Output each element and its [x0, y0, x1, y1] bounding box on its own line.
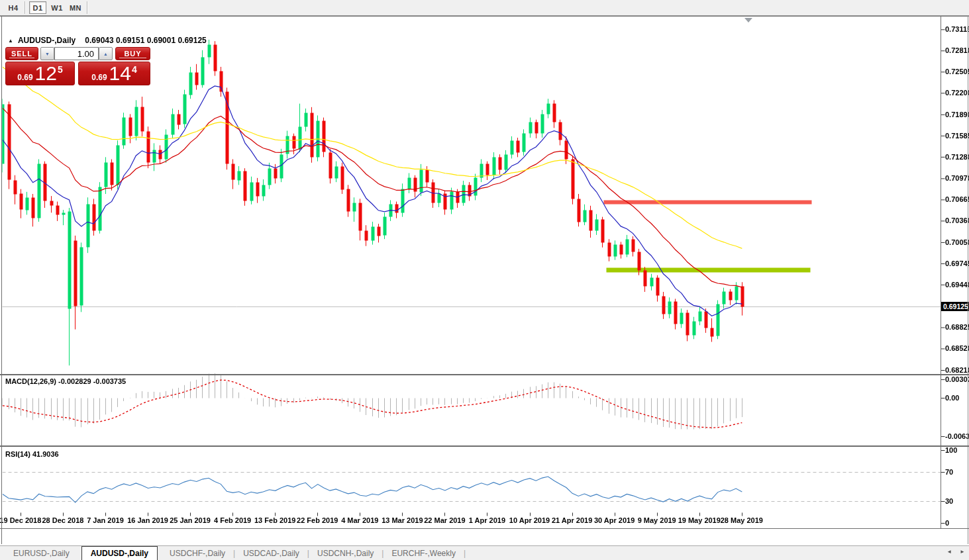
price-axis-label: 0.69440: [945, 281, 969, 289]
tab-audusd-daily[interactable]: AUDUSD-,Daily: [81, 546, 158, 560]
chart-canvas[interactable]: [0, 16, 969, 545]
price-axis-label: 0.72200: [945, 89, 969, 97]
price-axis-label: 0.68825: [945, 323, 969, 331]
tab-separator: |: [464, 549, 466, 558]
price-axis-label: 0.72505: [945, 68, 969, 75]
tab-usdcad-daily[interactable]: USDCAD-,Daily: [235, 546, 307, 560]
macd-separator[interactable]: [0, 374, 969, 375]
plot-right-border: [941, 16, 941, 528]
price-axis-label: 0.71280: [945, 153, 969, 161]
rsi-indicator-label: RSI(14) 41.9036: [5, 450, 59, 458]
macd-axis-label: 0.003035: [945, 375, 969, 383]
macd-axis-label: -0.006311: [945, 432, 969, 440]
ohlc-values: 0.69043 0.69151 0.69001 0.69125: [85, 36, 207, 45]
buy-price-big: 14: [109, 64, 131, 83]
price-axis-label: 0.73115: [945, 25, 969, 33]
timeframe-button-w1[interactable]: W1: [49, 2, 65, 13]
price-axis-label: 0.69745: [945, 259, 969, 267]
chart-tabs-bar: EURUSD-,DailyAUDUSD-,DailyUSDCHF-,Daily|…: [0, 545, 969, 560]
sell-button[interactable]: SELL: [5, 47, 38, 60]
buy-price-base: 0.69: [91, 73, 107, 82]
chart-title: ▲ AUDUSD-,Daily 0.69043 0.69151 0.69001 …: [8, 36, 207, 45]
toolbar-separator: [87, 1, 88, 14]
sell-price-pip: 5: [58, 64, 63, 75]
sell-price-base: 0.69: [17, 73, 32, 82]
chart-left-border: [1, 16, 2, 544]
rsi-axis-label: 100: [945, 446, 957, 454]
collapse-triangle-icon[interactable]: ▲: [8, 38, 13, 44]
macd-axis-label: 0.00: [945, 394, 959, 402]
tab-scroll-left-icon[interactable]: ◄: [946, 549, 952, 555]
mt4-window: H4D1W1MN ▲ AUDUSD-,Daily 0.69043 0.69151…: [0, 0, 969, 560]
tab-eurchf-weekly[interactable]: EURCHF-,Weekly: [383, 546, 463, 560]
up-arrow-icon: ▲: [103, 52, 108, 56]
sell-price-big: 12: [35, 64, 57, 83]
current-price-label: 0.69125: [941, 302, 969, 311]
price-axis-label: 0.71585: [945, 132, 969, 140]
rsi-axis-label: 0: [945, 519, 949, 527]
buy-price-button[interactable]: 0.69 14 4: [78, 62, 150, 85]
price-axis-label: 0.70970: [945, 174, 969, 182]
tab-scroll-arrows: ◄ ►: [946, 549, 965, 555]
toolbar-separator: [25, 1, 26, 14]
sell-price-button[interactable]: 0.69 12 5: [5, 62, 75, 85]
tab-usdcnh-daily[interactable]: USDCNH-,Daily: [309, 546, 382, 560]
volume-decrease-button[interactable]: ▼: [40, 47, 54, 60]
macd-indicator-label: MACD(12,26,9) -0.002829 -0.003735: [5, 377, 126, 385]
timeframe-button-h4[interactable]: H4: [5, 2, 21, 13]
price-axis-label: 0.70050: [945, 238, 969, 246]
timeframe-button-mn[interactable]: MN: [68, 2, 83, 13]
rsi-separator[interactable]: [0, 445, 969, 447]
price-axis-label: 0.70665: [945, 195, 969, 203]
tab-scroll-right-icon[interactable]: ►: [960, 549, 965, 555]
tab-usdchf-daily[interactable]: USDCHF-,Daily: [162, 546, 233, 560]
date-axis-label: 28 May 2019: [714, 516, 770, 524]
timeframe-button-d1[interactable]: D1: [29, 1, 46, 14]
price-axis-label: 0.71890: [945, 111, 969, 118]
price-axis-label: 0.68210: [945, 366, 969, 374]
price-axis-label: 0.72810: [945, 46, 969, 54]
window-right-border: [968, 16, 968, 544]
symbol-label: AUDUSD-,Daily: [18, 36, 76, 45]
chart-top-border: [0, 16, 969, 17]
down-arrow-icon: ▼: [45, 52, 50, 56]
rsi-axis-label: 70: [945, 468, 953, 476]
price-axis-label: 0.68520: [945, 344, 969, 352]
volume-increase-button[interactable]: ▲: [99, 47, 113, 60]
price-axis-label: 0.70360: [945, 216, 969, 224]
timeframe-toolbar: H4D1W1MN: [0, 0, 969, 16]
chart-shift-marker-icon[interactable]: [744, 18, 752, 23]
buy-price-pip: 4: [132, 64, 137, 75]
tab-eurusd-daily[interactable]: EURUSD-,Daily: [5, 546, 77, 560]
volume-input[interactable]: [54, 47, 99, 60]
rsi-axis-label: 30: [945, 497, 953, 505]
buy-button[interactable]: BUY: [115, 47, 150, 60]
chart-window[interactable]: ▲ AUDUSD-,Daily 0.69043 0.69151 0.69001 …: [0, 16, 969, 545]
rsi-bottom-border: [0, 528, 969, 529]
